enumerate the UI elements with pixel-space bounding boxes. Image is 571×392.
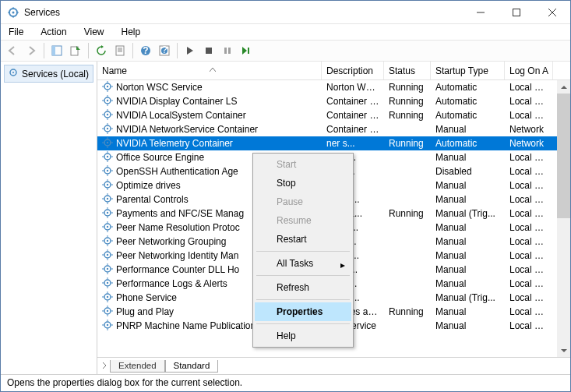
svg-point-83 (107, 211, 108, 213)
service-startup: Automatic (431, 138, 505, 149)
tab-standard[interactable]: Standard (165, 360, 219, 373)
ctx-refresh[interactable]: Refresh (255, 278, 351, 297)
sort-indicator-icon (210, 64, 216, 75)
restart-service-button[interactable] (238, 42, 255, 59)
col-startup[interactable]: Startup Type (431, 62, 505, 79)
service-name: Norton WSC Service (116, 82, 203, 93)
properties-button[interactable] (111, 42, 129, 59)
svg-rect-11 (52, 46, 55, 55)
submenu-arrow-icon: ▸ (340, 260, 345, 270)
service-row[interactable]: NVIDIA Telemetry Containerner s...Runnin… (97, 136, 570, 150)
ctx-properties[interactable]: Properties (255, 302, 351, 321)
service-name: Peer Networking Grouping (116, 236, 226, 247)
service-startup: Manual (431, 194, 505, 205)
service-status: Running (384, 138, 431, 149)
service-startup: Manual (431, 306, 505, 317)
vertical-scrollbar[interactable] (557, 80, 570, 357)
service-icon (102, 95, 113, 108)
svg-point-77 (107, 197, 108, 199)
service-name: Peer Name Resolution Protoc (116, 222, 240, 233)
service-name: NVIDIA LocalSystem Container (116, 110, 246, 121)
toolbar: ? ? (1, 40, 570, 62)
forward-button[interactable] (23, 42, 40, 59)
service-startup: Manual (431, 180, 505, 191)
service-row[interactable]: Norton WSC ServiceNorton WS...RunningAut… (97, 80, 570, 94)
service-icon (102, 221, 113, 235)
service-name: NVIDIA Display Container LS (116, 96, 237, 107)
service-status: Running (384, 110, 431, 121)
export-list-button[interactable] (67, 42, 84, 59)
service-row[interactable]: NVIDIA LocalSystem ContainerContainer s.… (97, 108, 570, 122)
col-status[interactable]: Status (384, 62, 431, 79)
help-button[interactable]: ? (137, 42, 154, 59)
ctx-help[interactable]: Help (255, 327, 351, 345)
ctx-restart[interactable]: Restart (255, 230, 351, 249)
ctx-start: Start (255, 155, 351, 174)
tree-item-label: Services (Local) (22, 69, 89, 79)
svg-point-95 (107, 239, 108, 241)
status-bar: Opens the properties dialog box for the … (1, 374, 570, 391)
svg-point-107 (107, 267, 108, 269)
service-row[interactable]: NVIDIA NetworkService ContainerContainer… (97, 122, 570, 136)
service-startup: Manual (431, 250, 505, 261)
service-startup: Manual (Trig... (431, 208, 505, 219)
svg-text:?: ? (162, 45, 167, 55)
refresh-button[interactable] (93, 42, 110, 59)
tab-extended[interactable]: Extended (110, 360, 165, 373)
svg-point-35 (107, 99, 108, 101)
svg-point-131 (107, 323, 108, 325)
service-name: Phone Service (116, 292, 177, 303)
help2-button[interactable]: ? (156, 42, 173, 59)
service-logon: Local Ser (505, 250, 553, 261)
svg-point-65 (107, 169, 108, 171)
svg-point-41 (107, 113, 108, 115)
service-startup: Automatic (431, 82, 505, 93)
service-logon: Local Sys (505, 82, 553, 93)
close-button[interactable] (534, 1, 570, 24)
service-icon (102, 277, 113, 291)
service-icon (102, 235, 113, 249)
tab-nav-icon[interactable] (100, 361, 108, 372)
service-startup: Automatic (431, 96, 505, 107)
menu-file[interactable]: File (5, 25, 26, 39)
title-bar: Services (1, 1, 570, 24)
service-logon: Local Ser (505, 208, 553, 219)
service-icon (102, 123, 113, 136)
scroll-up-button[interactable] (557, 80, 570, 94)
stop-service-button[interactable] (200, 42, 217, 59)
minimize-button[interactable] (463, 1, 499, 24)
svg-rect-23 (224, 48, 227, 54)
scroll-down-button[interactable] (557, 344, 570, 357)
service-icon (102, 207, 113, 221)
service-logon: Local Ser (505, 222, 553, 233)
show-hide-tree-button[interactable] (48, 42, 65, 59)
menu-help[interactable]: Help (118, 25, 144, 39)
service-logon: Local Ser (505, 236, 553, 247)
col-logon[interactable]: Log On A (505, 62, 553, 79)
service-row[interactable]: NVIDIA Display Container LSContainer s..… (97, 94, 570, 108)
column-headers: Name Description Status Startup Type Log… (97, 62, 570, 80)
svg-point-119 (107, 295, 108, 297)
ctx-stop[interactable]: Stop (255, 174, 351, 192)
menu-view[interactable]: View (81, 25, 108, 39)
service-name: NVIDIA Telemetry Container (116, 138, 233, 149)
service-logon: Local Sys (505, 166, 553, 177)
service-icon (102, 81, 113, 94)
pause-service-button[interactable] (219, 42, 236, 59)
menu-action[interactable]: Action (37, 25, 69, 39)
service-status: Running (384, 82, 431, 93)
tree-item-services-local[interactable]: Services (Local) (4, 65, 93, 83)
col-description[interactable]: Description (322, 62, 384, 79)
ctx-pause: Pause (255, 192, 351, 211)
service-icon (102, 291, 113, 305)
svg-point-113 (107, 281, 108, 283)
svg-point-59 (107, 155, 108, 157)
service-icon (102, 179, 113, 192)
service-name: Performance Logs & Alerts (116, 278, 227, 289)
maximize-button[interactable] (499, 1, 534, 24)
start-service-button[interactable] (182, 42, 199, 59)
ctx-all-tasks[interactable]: All Tasks▸ (255, 254, 351, 273)
back-button[interactable] (4, 42, 21, 59)
scroll-thumb[interactable] (557, 94, 570, 218)
service-startup: Manual (431, 320, 505, 331)
